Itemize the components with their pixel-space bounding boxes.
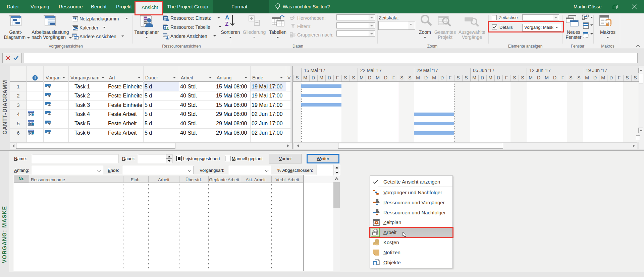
svg-text:A: A xyxy=(225,14,229,21)
svg-text:Z: Z xyxy=(225,21,228,27)
